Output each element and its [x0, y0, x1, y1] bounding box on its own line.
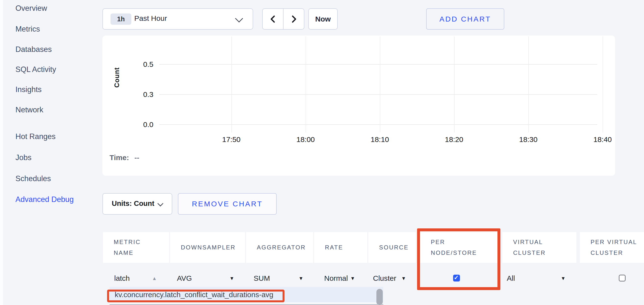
x-gridline [231, 36, 232, 132]
x-tick-label: 18:30 [509, 134, 548, 145]
chevron-down-icon [157, 201, 163, 206]
units-label: Units: Count [112, 200, 154, 208]
per-node-store-checkbox[interactable] [453, 275, 460, 282]
remove-chart-button[interactable]: REMOVE CHART [178, 193, 277, 215]
metric-name-value: latch [114, 274, 130, 283]
metric-name-combobox[interactable]: latch ▲ [114, 273, 157, 284]
sidebar-item-overview[interactable]: Overview [16, 3, 47, 13]
source-select[interactable]: Cluster ▼ [373, 273, 406, 284]
sidebar-item-schedules[interactable]: Schedules [16, 174, 51, 184]
caret-down-icon: ▼ [561, 276, 566, 281]
sidebar-item-metrics[interactable]: Metrics [16, 24, 40, 34]
caret-up-icon: ▲ [152, 276, 157, 281]
downsampler-value: AVG [177, 274, 192, 283]
column-header-metric-name: METRIC NAME [103, 232, 169, 263]
column-header-aggregator: AGGREGATOR [246, 232, 313, 263]
y-gridline [159, 94, 597, 95]
suggestion-divider [110, 304, 383, 305]
chart-card: Count 0.50.30.017:5018:0018:1018:2018:30… [102, 35, 615, 176]
downsampler-select[interactable]: AVG ▼ [177, 273, 234, 284]
x-gridline [602, 36, 603, 132]
y-gridline [159, 124, 597, 125]
timescale-dropdown[interactable]: 1h Past Hour [102, 8, 253, 30]
virtual-cluster-value: All [507, 274, 515, 283]
x-tick-label: 18:20 [434, 134, 474, 145]
now-button[interactable]: Now [308, 8, 338, 30]
suggestion-item[interactable]: kv.concurrency.latch_conflict_wait_durat… [110, 287, 383, 303]
x-gridline [306, 36, 306, 132]
hover-time-label: Time: [110, 153, 129, 162]
sidebar-item-hot-ranges[interactable]: Hot Ranges [16, 132, 56, 141]
advanced-debug-page: Overview Metrics Databases SQL Activity … [0, 0, 644, 305]
per-virtual-cluster-checkbox[interactable] [619, 275, 626, 282]
timescale-nav [262, 8, 304, 30]
aggregator-value: SUM [254, 274, 270, 283]
rate-value: Normal [324, 274, 348, 283]
y-tick-label: 0.5 [131, 59, 154, 69]
y-axis-label: Count [113, 53, 122, 102]
suggestion-text: kv.concurrency.latch_conflict_wait_durat… [115, 291, 274, 299]
window-edge [0, 0, 3, 305]
chevron-left-icon [269, 14, 277, 24]
x-tick-label: 17:50 [212, 134, 251, 145]
y-gridline [159, 64, 597, 65]
caret-down-icon: ▼ [298, 276, 304, 281]
sidebar-item-advanced-debug[interactable]: Advanced Debug [16, 195, 74, 204]
column-header-source: SOURCE [368, 232, 416, 263]
metric-suggestions-listbox: kv.concurrency.latch_conflict_wait_durat… [110, 287, 383, 305]
next-timescale-button[interactable] [284, 9, 304, 29]
x-tick-label: 18:40 [583, 134, 622, 145]
prev-timescale-button[interactable] [263, 9, 284, 29]
column-header-per-node-store: PER NODE/STORE [420, 232, 498, 263]
source-value: Cluster [373, 274, 396, 283]
caret-down-icon: ▼ [229, 276, 234, 281]
sidebar-item-insights[interactable]: Insights [16, 85, 42, 94]
sidebar-item-databases[interactable]: Databases [16, 44, 52, 54]
hover-time-value: -- [134, 153, 139, 162]
column-header-downsampler: DOWNSAMPLER [170, 232, 245, 263]
sidebar-item-network[interactable]: Network [16, 105, 43, 115]
x-tick-label: 18:10 [360, 134, 400, 145]
x-gridline [528, 36, 529, 132]
caret-down-icon: ▼ [350, 276, 355, 281]
column-header-per-virtual-cluster: PER VIRTUAL CLUSTER [580, 232, 644, 263]
sidebar-item-sql-activity[interactable]: SQL Activity [16, 65, 56, 74]
x-gridline [380, 36, 380, 132]
rate-select[interactable]: Normal ▼ [324, 273, 355, 284]
virtual-cluster-select[interactable]: All ▼ [507, 273, 566, 284]
aggregator-select[interactable]: SUM ▼ [254, 273, 304, 284]
chevron-down-icon [235, 14, 243, 22]
sidebar-item-jobs[interactable]: Jobs [16, 153, 31, 163]
timescale-label: Past Hour [134, 14, 167, 22]
column-header-rate: RATE [314, 232, 367, 263]
scrollbar-thumb[interactable] [376, 289, 383, 305]
chevron-right-icon [290, 14, 298, 24]
x-tick-label: 18:00 [286, 134, 325, 145]
hover-time-readout: Time:-- [110, 153, 139, 162]
column-header-virtual-cluster: VIRTUAL CLUSTER [502, 232, 576, 263]
x-gridline [454, 36, 454, 132]
y-tick-label: 0.0 [131, 119, 154, 130]
units-dropdown[interactable]: Units: Count [102, 193, 172, 215]
caret-down-icon: ▼ [401, 276, 406, 281]
add-chart-button[interactable]: ADD CHART [426, 8, 504, 30]
y-tick-label: 0.3 [131, 89, 154, 100]
timescale-badge: 1h [110, 13, 131, 25]
